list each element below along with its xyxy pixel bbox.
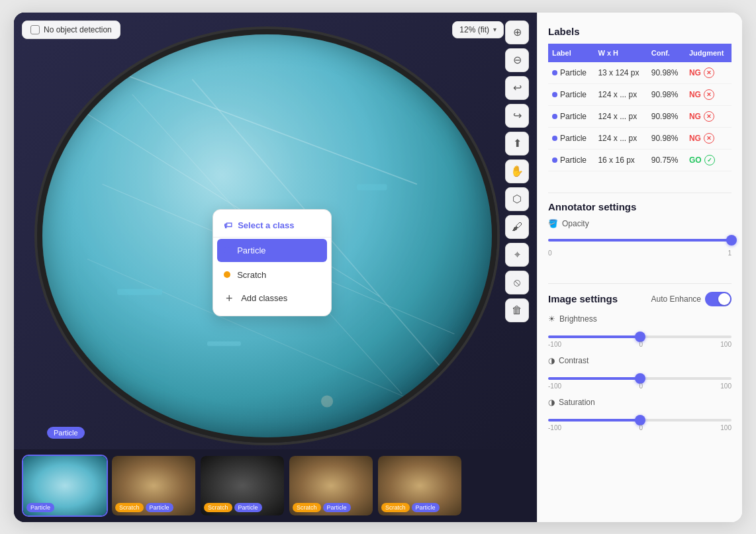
row-conf: 90.75% [647,149,685,171]
table-row[interactable]: Particle 16 x 16 px 90.75% GO✓ [548,149,732,171]
polygon-icon: ⬡ [512,193,522,205]
contrast-slider[interactable] [548,377,732,380]
brightness-min: -100 [548,341,561,348]
class-selector-menu: 🏷 Select a class Particle Scratch + Add … [213,209,332,316]
divider-1 [548,193,732,193]
table-row[interactable]: Particle 124 x ... px 90.98% NG✕ [548,83,732,105]
opacity-slider-container [548,234,732,247]
zoom-in-button[interactable]: ⊕ [505,21,529,44]
thumbnail-5[interactable]: Scratch Particle [377,455,463,517]
opacity-thumb[interactable] [726,235,737,245]
zoom-control-button[interactable]: 12% (fit) ▾ [452,21,504,38]
canvas-area: No object detection 12% (fit) ▾ ⊕ ⊖ ↩ [14,13,537,449]
thumbnail-3[interactable]: Scratch Particle [199,455,285,517]
svg-rect-6 [117,289,162,294]
image-settings-section: Image settings Auto Enhance ☀ Brightness… [548,292,732,439]
labels-section-title: Labels [548,26,732,37]
row-dot-icon [552,114,557,119]
table-row[interactable]: Particle 124 x ... px 90.98% NG✕ [548,105,732,127]
svg-rect-8 [207,341,241,345]
table-row[interactable]: Particle 124 x ... px 90.98% NG✕ [548,127,732,149]
redo-button[interactable]: ↪ [505,104,529,128]
row-conf: 90.98% [647,83,685,105]
class-selector-title: Select a class [238,220,294,230]
saturation-min: -100 [548,424,561,431]
opacity-track [548,239,732,242]
thumb-label-scratch-5: Scratch [381,503,410,512]
annotator-settings-section: Annotator settings 🪣 Opacity 0 1 [548,201,732,265]
row-size: 13 x 124 px [594,62,647,84]
cursor-icon: ⬆ [513,137,522,150]
table-row[interactable]: Particle 13 x 124 px 90.98% NG✕ [548,62,732,84]
row-judgment: GO✓ [689,155,728,165]
row-size: 124 x ... px [594,105,647,127]
particle-dot-icon [224,247,230,253]
toolbar-top: No object detection 12% (fit) ▾ [22,21,504,39]
ng-icon: ✕ [704,89,714,100]
col-conf: Conf. [647,44,685,62]
class-scratch-item[interactable]: Scratch [213,263,331,287]
hand-icon: ✋ [510,165,524,177]
saturation-max: 100 [720,424,732,431]
row-size: 124 x ... px [594,83,647,105]
image-settings-header: Image settings Auto Enhance [548,292,732,306]
add-classes-item[interactable]: + Add classes [213,287,331,310]
thumb-labels-2: Scratch Particle [115,503,173,512]
saturation-label: ◑ Saturation [548,398,732,407]
row-judgment: NG✕ [689,67,728,78]
col-size: W x H [594,44,647,62]
auto-enhance-toggle[interactable] [705,292,732,306]
brightness-slider[interactable] [548,335,732,338]
no-detect-label: No object detection [44,25,112,34]
row-label: Particle [560,112,587,121]
col-label: Label [548,44,594,62]
ng-label: NG [689,68,701,77]
thumb-labels-4: Scratch Particle [293,503,351,512]
checkbox-icon [30,25,40,34]
opacity-slider-labels: 0 1 [548,249,732,257]
polygon-tool-button[interactable]: ⬡ [505,187,529,211]
class-particle-item[interactable]: Particle [217,239,327,262]
saturation-center: 0 [639,424,643,431]
class-particle-label: Particle [237,245,265,255]
thumbnail-4[interactable]: Scratch Particle [288,455,374,517]
zoom-in-icon: ⊕ [513,26,522,38]
col-judgment: Judgment [685,44,732,62]
scratch-dot-icon [224,271,230,278]
opacity-min: 0 [548,249,552,257]
lasso-tool-button[interactable]: ⌖ [505,243,529,267]
brightness-center: 0 [639,341,643,348]
ng-label: NG [689,112,701,121]
row-conf: 90.98% [647,127,685,149]
thumb-label-particle-3: Particle [234,503,262,512]
class-selector-icon: 🏷 [224,220,232,230]
thumbnail-1[interactable]: Particle [22,455,108,517]
undo-button[interactable]: ↩ [505,76,529,100]
saturation-slider[interactable] [548,419,732,422]
cursor-tool-button[interactable]: ⬆ [505,132,529,156]
row-label: Particle [560,134,587,143]
row-conf: 90.98% [647,105,685,127]
trash-icon: 🗑 [512,304,522,316]
brightness-icon: ☀ [548,314,555,324]
particle-badge-label: Particle [54,429,78,437]
left-panel: No object detection 12% (fit) ▾ ⊕ ⊖ ↩ [14,13,537,522]
zoom-out-button[interactable]: ⊖ [505,48,529,72]
lasso-icon: ⌖ [514,249,520,261]
thumbnail-2[interactable]: Scratch Particle [111,455,197,517]
zoom-out-icon: ⊖ [513,54,522,66]
delete-tool-button[interactable]: 🗑 [505,298,529,322]
no-object-detection-button[interactable]: No object detection [22,21,120,39]
eraser-tool-button[interactable]: ⦸ [505,271,529,294]
undo-icon: ↩ [513,81,522,94]
plus-icon: + [224,293,234,304]
brush-tool-button[interactable]: 🖌 [505,215,529,239]
eraser-icon: ⦸ [514,277,520,289]
labels-table-header: Label W x H Conf. Judgment [548,44,732,62]
row-conf: 90.98% [647,62,685,84]
thumb-label-particle-1: Particle [26,503,54,512]
thumb-label-particle-2: Particle [146,503,173,512]
right-panel: Labels Label W x H Conf. Judgment Partic… [537,13,742,522]
labels-table: Label W x H Conf. Judgment Particle 13 x… [548,44,732,171]
hand-tool-button[interactable]: ✋ [505,159,529,183]
